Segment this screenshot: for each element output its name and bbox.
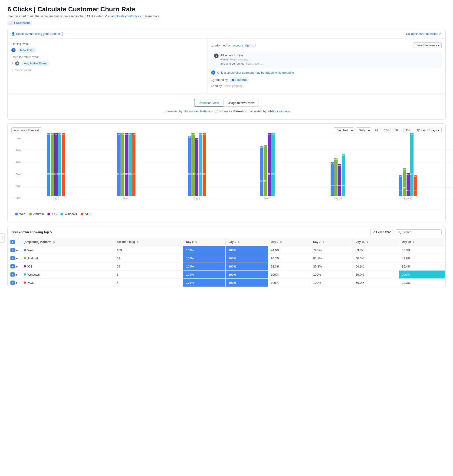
collapse-chart-btn[interactable]: Collapse chart definition ⤢ — [406, 32, 442, 36]
breakdown-section: Breakdown showing top 5 ↗ Export CSV 🔍 + — [7, 226, 446, 287]
day3-cell: 92.3% — [268, 262, 310, 271]
legend-tvos: tvOS — [81, 212, 92, 216]
day1-windows-bar: 0% 100% — [128, 133, 132, 196]
and-by-row: ..and by Select property... — [211, 84, 442, 88]
day0-windows-bar: 0% 100% — [58, 133, 61, 196]
row-expand-icon[interactable]: ▶ — [15, 265, 18, 268]
row-expand-icon[interactable]: ▶ — [15, 281, 18, 284]
export-csv-btn[interactable]: ↗ Export CSV — [370, 229, 393, 235]
return-event-label: ..then the return event — [11, 56, 204, 59]
th-day0[interactable]: Day 0 ⇅ — [183, 238, 226, 246]
add-segment-icon: + — [211, 70, 215, 75]
day14-web-bar: 46.5% 53.4% — [331, 162, 334, 196]
saved-segments-btn[interactable]: Saved Segments ▾ — [413, 42, 442, 48]
day14-android-bar: 35.9% 64.1% — [334, 158, 338, 196]
account-id-info-icon[interactable]: i — [253, 44, 256, 47]
chart-def-body: Starting event N New User ..then the ret… — [8, 39, 445, 93]
60d-btn[interactable]: 60d — [393, 128, 401, 133]
windows-legend-dot — [60, 213, 63, 216]
day30-web-bar: 66.6% 33.3% — [399, 175, 402, 196]
chart-type-select[interactable]: Bar chart — [334, 127, 354, 133]
day0-cell: 100% — [183, 246, 226, 254]
90d-btn[interactable]: 90d — [403, 128, 412, 133]
chart-definition-box: 👤 Select events using your product i Col… — [7, 29, 446, 120]
unbounded-retention-link[interactable]: Unbounded Retention — [184, 109, 213, 113]
legend-ios: iOS — [47, 212, 57, 216]
th-platform[interactable]: [Amplitude] Platform ⇅ — [21, 238, 114, 246]
search-input[interactable] — [402, 231, 439, 234]
th-account-ids[interactable]: account_id(s) ⇅ — [114, 238, 183, 246]
search-box[interactable]: 🔍 — [396, 229, 442, 235]
th-day7[interactable]: Day 7 ⇅ — [310, 238, 353, 246]
row-expand-icon[interactable]: ▶ — [15, 257, 18, 260]
where-select-property[interactable]: Select property... — [230, 58, 250, 61]
segment-who-performed: and who performed Select event... — [220, 62, 439, 65]
new-user-tag[interactable]: New User — [17, 47, 36, 53]
anomaly-forecast-btn[interactable]: Anomaly + Forecast — [11, 127, 41, 133]
day30-cell: 100% — [399, 271, 445, 279]
row-plus-icon[interactable]: + — [10, 256, 15, 260]
sidebar-toggle[interactable]: › — [0, 233, 5, 243]
row-plus-icon[interactable]: + — [10, 272, 15, 277]
tvos-legend-dot — [81, 213, 83, 216]
day3-windows-bar: 0% 100% — [199, 133, 202, 196]
day30-windows-bar: 0% 100% — [410, 133, 413, 196]
30d-btn[interactable]: 30d — [382, 128, 391, 133]
chart-toolbar: Anomaly + Forecast Bar chart Daily 7d 30… — [11, 127, 442, 133]
row-plus-icon[interactable]: + — [10, 264, 15, 268]
add-segment-row[interactable]: + Only a single user segment may be adde… — [211, 70, 442, 75]
add-col-icon[interactable]: + — [10, 240, 15, 244]
dashboard-badge[interactable]: 📊 1 Dashboard — [7, 21, 32, 25]
account-ids-cell: 64 — [114, 262, 183, 271]
unbounded-info-icon[interactable]: i — [215, 110, 218, 113]
day3-web-bar: 5.1% 96.2% — [188, 136, 191, 196]
row-expand-icon[interactable]: ▶ — [15, 248, 18, 252]
event-a-icon: A — [15, 61, 19, 65]
account-ids-cell: 69 — [114, 254, 183, 262]
usage-interval-view-tab[interactable]: Usage Interval View — [223, 99, 259, 107]
retention-view-tab[interactable]: Retention View — [194, 99, 223, 107]
day3-cell: 100% — [268, 271, 310, 279]
day0-ios-bar: 0% 100% — [54, 133, 58, 196]
legend-android: Android — [29, 212, 44, 216]
day30-cell: 33.3% — [399, 279, 445, 287]
account-ids-cell: 5 — [114, 271, 183, 279]
any-active-event-tag[interactable]: Any Active Event — [21, 61, 50, 66]
amplitude-link[interactable]: amplitude.com/6clicks — [111, 14, 141, 18]
th-day1[interactable]: Day 1 ⇅ — [226, 238, 268, 246]
table-row: + ▶ Web 109 100% 100% 94.9% 79.5% 53.4% … — [8, 246, 445, 254]
7d-btn[interactable]: 7d — [373, 128, 380, 133]
segment-row: 1 All account_id(s) where Select propert… — [211, 51, 442, 69]
account-id-link[interactable]: account_id(s) — [233, 44, 251, 47]
th-day30[interactable]: Day 30 ⇅ — [399, 238, 445, 246]
row-plus-icon[interactable]: + — [10, 248, 15, 252]
day3-cell: 100% — [268, 279, 310, 287]
select-events-info-icon[interactable]: i — [61, 32, 64, 36]
24hr-windows-link[interactable]: 24-hour windows — [268, 109, 290, 113]
row-expand-icon[interactable]: ▶ — [15, 273, 18, 276]
select-events-btn[interactable]: 👤 Select events using your product i — [11, 32, 64, 36]
row-plus-icon[interactable]: + — [10, 281, 15, 285]
select-event-placeholder[interactable]: Select event... — [15, 68, 34, 72]
platform-tag[interactable]: Platform — [230, 77, 249, 82]
day7-cell: 100% — [310, 271, 353, 279]
th-day3[interactable]: Day 3 ⇅ — [268, 238, 310, 246]
y-axis: 100% 80% 60% 40% 20% 0% — [11, 137, 22, 199]
period-select[interactable]: Daily — [356, 127, 371, 133]
chart-grid — [22, 137, 453, 207]
breakdown-controls: ↗ Export CSV 🔍 — [370, 229, 442, 235]
day0-cell: 100% — [183, 271, 226, 279]
day3-tvos-bar: 0% 100% — [203, 133, 206, 196]
day14-cell: 53.4% — [353, 246, 399, 254]
th-day14[interactable]: Day 14 ⇅ — [353, 238, 399, 246]
who-performed-select[interactable]: Select event... — [246, 62, 263, 65]
platform-indicator — [24, 249, 26, 251]
platform-indicator — [24, 281, 26, 284]
and-by-select-property[interactable]: Select property... — [224, 84, 245, 88]
account-ids-cell: 109 — [114, 246, 183, 254]
platform-dot — [232, 79, 234, 81]
date-range-btn[interactable]: 📅 Last 45 days ▾ — [414, 128, 442, 133]
th-checkbox: + — [8, 238, 21, 246]
table-row: + ▶ Android 69 100% 100% 96.2% 81.1% 60.… — [8, 254, 445, 262]
measured-row: ...measured by Unbounded Retention i sho… — [8, 109, 445, 113]
